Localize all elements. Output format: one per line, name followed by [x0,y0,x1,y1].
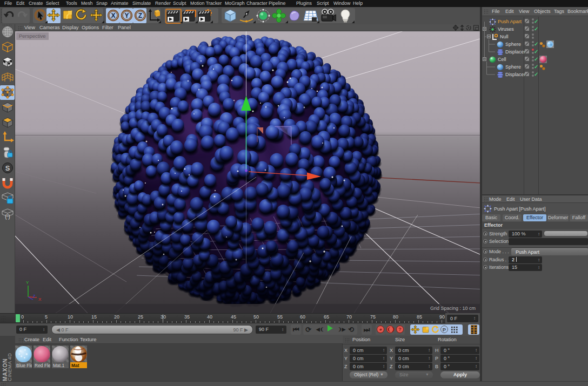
svg-text:Grid Spacing : 10 cm: Grid Spacing : 10 cm [430,306,476,311]
svg-text:Z: Z [33,294,36,298]
svg-text:Z: Z [138,12,142,19]
svg-text:Y: Y [124,12,129,19]
svg-text:X: X [111,12,115,19]
svg-text:Y: Y [26,280,29,285]
svg-text:S: S [5,164,10,172]
svg-text:X: X [38,297,42,302]
svg-text:( ): ( ) [5,214,10,220]
